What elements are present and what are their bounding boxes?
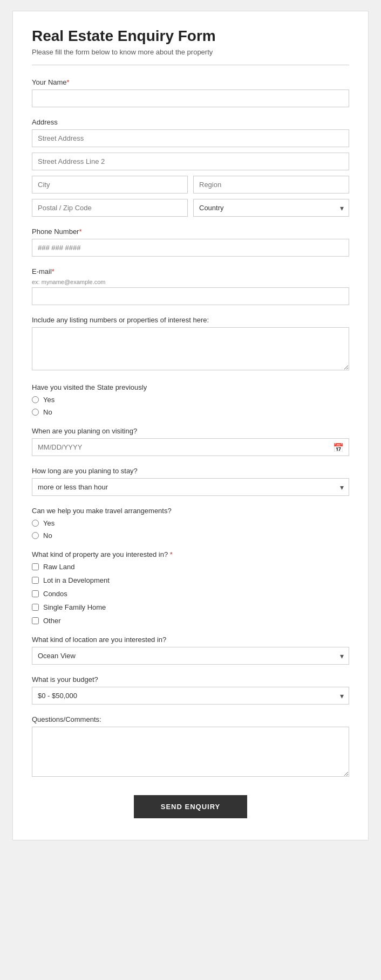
name-input[interactable]	[32, 89, 349, 107]
property-lot-checkbox[interactable]	[32, 577, 39, 584]
phone-required-star: *	[79, 227, 81, 236]
listing-label: Include any listing numbers or propertie…	[32, 316, 349, 324]
visiting-label: When are you planing on visiting?	[32, 427, 349, 435]
visited-yes-radio[interactable]	[32, 396, 39, 403]
email-hint: ex: myname@example.com	[32, 279, 349, 285]
property-other-label: Other	[43, 617, 61, 625]
street-address-line2-wrapper	[32, 153, 349, 170]
stay-select[interactable]: more or less than hour 1 day 2-3 days 1 …	[32, 478, 349, 496]
form-title: Real Estate Enquiry Form	[32, 27, 349, 45]
property-sfh-item: Single Family Home	[32, 603, 349, 611]
date-input[interactable]	[32, 438, 349, 456]
email-required-star: *	[52, 267, 55, 275]
budget-select-wrapper: $0 - $50,000 $50,000 - $100,000 $100,000…	[32, 687, 349, 705]
city-input[interactable]	[32, 176, 188, 194]
property-lot-item: Lot in a Development	[32, 576, 349, 584]
property-raw-land-checkbox[interactable]	[32, 563, 39, 570]
submit-button[interactable]: SEND ENQUIRY	[134, 795, 247, 818]
date-wrapper: 📅	[32, 438, 349, 456]
address-label: Address	[32, 118, 349, 126]
form-subtitle: Please fill the form below to know more …	[32, 48, 349, 56]
location-select-wrapper: Ocean View Mountain View City View Count…	[32, 647, 349, 665]
travel-label: Can we help you make travel arrangements…	[32, 507, 349, 515]
comments-label: Questions/Comments:	[32, 715, 349, 723]
name-required-star: *	[67, 78, 70, 86]
postal-wrapper	[32, 199, 188, 217]
listing-textarea[interactable]	[32, 327, 349, 370]
location-field-group: What kind of location are you interested…	[32, 636, 349, 665]
travel-no-label: No	[43, 532, 52, 540]
listing-field-group: Include any listing numbers or propertie…	[32, 316, 349, 372]
phone-input[interactable]	[32, 239, 349, 257]
visited-no-radio[interactable]	[32, 409, 39, 416]
comments-textarea[interactable]	[32, 727, 349, 777]
budget-field-group: What is your budget? $0 - $50,000 $50,00…	[32, 675, 349, 705]
visiting-field-group: When are you planing on visiting? 📅	[32, 427, 349, 456]
email-field-group: E-mail* ex: myname@example.com	[32, 267, 349, 305]
property-type-label: What kind of property are you interested…	[32, 550, 349, 558]
visited-yes-label: Yes	[43, 396, 55, 404]
phone-label: Phone Number*	[32, 227, 349, 236]
street-address-wrapper	[32, 129, 349, 147]
postal-input[interactable]	[32, 199, 188, 217]
property-required-star: *	[170, 550, 173, 558]
stay-field-group: How long are you planing to stay? more o…	[32, 467, 349, 496]
property-condos-item: Condos	[32, 590, 349, 598]
stay-label: How long are you planing to stay?	[32, 467, 349, 475]
property-other-checkbox[interactable]	[32, 617, 39, 624]
name-label: Your Name*	[32, 78, 349, 86]
property-condos-label: Condos	[43, 590, 67, 598]
visited-no-item: No	[32, 408, 349, 416]
region-input[interactable]	[193, 176, 349, 194]
travel-yes-item: Yes	[32, 519, 349, 527]
travel-yes-radio[interactable]	[32, 520, 39, 527]
form-container: Real Estate Enquiry Form Please fill the…	[12, 11, 369, 840]
travel-radio-group: Yes No	[32, 519, 349, 540]
stay-select-wrapper: more or less than hour 1 day 2-3 days 1 …	[32, 478, 349, 496]
property-checkbox-group: Raw Land Lot in a Development Condos Sin…	[32, 563, 349, 625]
country-select[interactable]: Country United States Canada Mexico	[193, 199, 349, 217]
budget-label: What is your budget?	[32, 675, 349, 684]
name-field-group: Your Name*	[32, 78, 349, 107]
property-raw-land-label: Raw Land	[43, 563, 75, 571]
travel-no-radio[interactable]	[32, 532, 39, 539]
visited-field-group: Have you visited the State previously Ye…	[32, 383, 349, 416]
property-lot-label: Lot in a Development	[43, 576, 110, 584]
visited-radio-group: Yes No	[32, 396, 349, 416]
city-wrapper	[32, 176, 188, 194]
visited-label: Have you visited the State previously	[32, 383, 349, 391]
location-label: What kind of location are you interested…	[32, 636, 349, 644]
city-region-row	[32, 176, 349, 194]
phone-field-group: Phone Number*	[32, 227, 349, 257]
budget-select[interactable]: $0 - $50,000 $50,000 - $100,000 $100,000…	[32, 687, 349, 705]
property-raw-land-item: Raw Land	[32, 563, 349, 571]
region-wrapper	[193, 176, 349, 194]
street-address-line2-input[interactable]	[32, 153, 349, 170]
property-type-field-group: What kind of property are you interested…	[32, 550, 349, 625]
property-condos-checkbox[interactable]	[32, 590, 39, 597]
email-label: E-mail*	[32, 267, 349, 275]
address-field-group: Address Country United States Canada	[32, 118, 349, 217]
property-other-item: Other	[32, 617, 349, 625]
email-input[interactable]	[32, 287, 349, 305]
location-select[interactable]: Ocean View Mountain View City View Count…	[32, 647, 349, 665]
street-address-input[interactable]	[32, 129, 349, 147]
postal-country-row: Country United States Canada Mexico	[32, 199, 349, 217]
travel-no-item: No	[32, 532, 349, 540]
visited-no-label: No	[43, 408, 52, 416]
divider	[32, 65, 349, 65]
property-sfh-checkbox[interactable]	[32, 604, 39, 611]
visited-yes-item: Yes	[32, 396, 349, 404]
comments-field-group: Questions/Comments:	[32, 715, 349, 779]
travel-yes-label: Yes	[43, 519, 55, 527]
submit-area: SEND ENQUIRY	[32, 795, 349, 818]
country-wrapper: Country United States Canada Mexico	[193, 199, 349, 217]
travel-field-group: Can we help you make travel arrangements…	[32, 507, 349, 540]
property-sfh-label: Single Family Home	[43, 603, 106, 611]
